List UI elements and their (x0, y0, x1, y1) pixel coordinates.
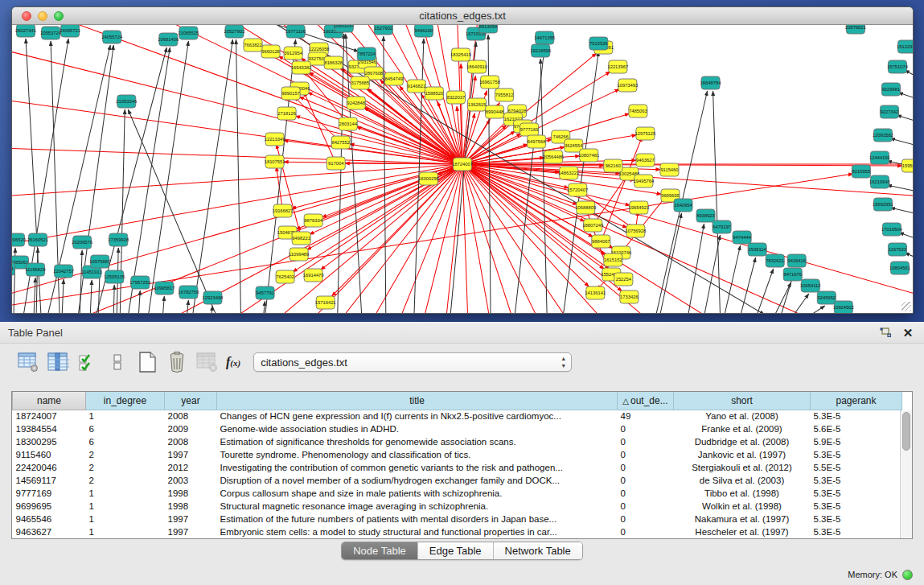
graph-node[interactable]: 24055721 (60, 25, 80, 37)
cell-pagerank[interactable]: 5.3E-5 (811, 487, 902, 500)
cell-pagerank[interactable]: 5.3E-5 (811, 448, 902, 461)
cell-in_degree[interactable]: 1 (86, 525, 165, 538)
graph-node[interactable]: 1527902 (374, 25, 392, 35)
graph-node[interactable]: 20876821 (845, 25, 866, 34)
cell-year[interactable]: 1997 (165, 513, 217, 525)
graph-node[interactable]: 8471676 (783, 268, 802, 281)
cell-year[interactable]: 1998 (165, 500, 217, 513)
graph-node[interactable]: 18807249 (582, 219, 603, 232)
table-row[interactable]: 911546021997Tourette syndrome. Phenomeno… (13, 448, 902, 461)
delete-attributes-icon[interactable] (165, 350, 189, 374)
graph-node[interactable]: 7625402 (276, 270, 294, 283)
graph-node[interactable]: 21053346 (116, 95, 137, 108)
table-row[interactable]: 977716911998Corpus callosum shape and si… (13, 487, 902, 500)
cell-in_degree[interactable]: 2 (86, 448, 165, 461)
cell-out_degree[interactable]: 0 (618, 474, 674, 487)
graph-node[interactable]: 1588520 (425, 87, 443, 100)
rows-icon[interactable] (105, 350, 129, 374)
graph-node[interactable]: 939154 (12, 262, 15, 275)
graph-node[interactable]: 10756928 (625, 225, 646, 237)
graph-node[interactable]: 9227342 (880, 105, 898, 118)
cell-title[interactable]: Estimation of significance thresholds fo… (217, 435, 618, 448)
graph-node[interactable]: 9474444 (733, 231, 752, 244)
graph-node[interactable]: 12213967 (607, 60, 628, 73)
graph-node[interactable]: 12444191 (869, 151, 890, 164)
graph-node[interactable]: 20553724 (40, 27, 62, 39)
cell-title[interactable]: Tourette syndrome. Phenomenology and cla… (217, 448, 618, 461)
graph-node[interactable]: 10653257 (334, 25, 355, 32)
graph-node[interactable]: 1733426 (620, 290, 639, 303)
table-row[interactable]: 946554611997Estimation of the future num… (13, 513, 902, 525)
graph-node[interactable]: 10688809 (575, 201, 596, 214)
column-header-name[interactable]: name (13, 392, 86, 410)
cell-in_degree[interactable]: 2 (86, 474, 165, 487)
cell-name[interactable]: 9699695 (13, 500, 86, 513)
graph-node[interactable]: 8427552 (331, 136, 350, 149)
graph-node[interactable]: 9242848 (347, 97, 365, 109)
graph-node[interactable]: 19218596 (530, 44, 551, 57)
cell-short[interactable]: Yano et al. (2008) (674, 410, 811, 422)
graph-node[interactable]: 7955812 (495, 89, 514, 101)
graph-node[interactable]: 7857224 (357, 47, 376, 60)
delete-table-icon[interactable] (195, 350, 219, 374)
graph-node[interactable]: 9777169 (520, 123, 539, 136)
graph-node[interactable]: 12923468 (203, 291, 224, 304)
tab-node-table[interactable]: Node Table (342, 542, 418, 559)
graph-node[interactable]: 21065525 (178, 27, 199, 39)
close-panel-icon[interactable]: ✕ (900, 325, 916, 340)
network-view[interactable]: 1872400718300295966012839129541222605893… (12, 25, 913, 313)
cell-out_degree[interactable]: 0 (618, 525, 674, 538)
column-visibility-icon[interactable] (46, 350, 70, 374)
graph-node[interactable]: 18107551 (265, 155, 285, 168)
cell-name[interactable]: 18300295 (13, 435, 86, 448)
cell-in_degree[interactable]: 6 (86, 422, 165, 435)
cell-in_degree[interactable]: 1 (86, 500, 165, 513)
graph-node[interactable]: 20564486 (543, 150, 564, 163)
cell-out_degree[interactable]: 0 (618, 435, 674, 448)
graph-node[interactable]: 16961758 (479, 76, 500, 89)
column-header-pagerank[interactable]: pagerank (811, 392, 902, 410)
cell-pagerank[interactable]: 5.5E-5 (811, 461, 902, 474)
cell-out_degree[interactable]: 0 (618, 422, 674, 435)
graph-node[interactable]: 9890157 (281, 87, 300, 100)
graph-node[interactable]: 9329981 (881, 83, 900, 96)
graph-node[interactable]: 10807481 (578, 149, 599, 162)
graph-node[interactable]: 12975125 (634, 127, 655, 140)
cell-pagerank[interactable]: 5.3E-5 (811, 410, 902, 422)
graph-node[interactable]: 9660128 (261, 45, 280, 58)
graph-node[interactable]: 19654923 (628, 201, 649, 214)
cell-title[interactable]: Investigating the contribution of common… (217, 461, 618, 474)
graph-node[interactable]: 20206576 (72, 236, 92, 249)
graph-node[interactable]: 9884067 (592, 235, 610, 248)
function-builder-icon[interactable]: f(x) (226, 355, 240, 369)
graph-node[interactable]: 7832621 (766, 254, 784, 267)
graph-node[interactable]: 10973493 (617, 79, 638, 92)
graph-node[interactable]: 2935114 (748, 243, 766, 256)
graph-node[interactable]: 2803144 (339, 117, 358, 130)
graph-node[interactable]: 16914479 (303, 269, 324, 282)
graph-node[interactable]: 10924502 (833, 301, 854, 313)
close-window-button[interactable] (22, 11, 31, 21)
cell-year[interactable]: 1997 (165, 525, 217, 538)
cell-title[interactable]: Estimation of the future numbers of pati… (217, 513, 618, 525)
graph-node[interactable]: 8454749 (384, 72, 403, 85)
cell-short[interactable]: Stergiakouli et al. (2012) (674, 461, 811, 474)
graph-node[interactable]: 1595833 (901, 159, 913, 172)
cell-short[interactable]: Tibbo et al. (1998) (674, 487, 811, 500)
graph-node[interactable]: 9245652 (817, 291, 836, 304)
network-window-titlebar[interactable]: citations_edges.txt (12, 7, 913, 25)
graph-node[interactable]: 15716421 (315, 296, 336, 309)
graph-node[interactable]: 10654112 (800, 279, 820, 292)
cell-short[interactable]: Dudbridge et al. (2008) (674, 435, 811, 448)
table-row[interactable]: 2242004622012Investigating the contribut… (13, 461, 902, 474)
graph-node[interactable]: 8990448 (486, 105, 504, 118)
cell-year[interactable]: 2008 (165, 435, 217, 448)
graph-node[interactable]: 18300295 (418, 172, 439, 185)
graph-node[interactable]: 12042757 (53, 265, 74, 278)
column-header-in_degree[interactable]: in_degree (86, 392, 165, 410)
cell-pagerank[interactable]: 5.3E-5 (811, 474, 902, 487)
graph-node[interactable]: 8322037 (446, 91, 465, 104)
cell-pagerank[interactable]: 5.3E-5 (811, 513, 902, 525)
graph-node[interactable]: 15751074 (887, 60, 909, 73)
cell-in_degree[interactable]: 1 (86, 513, 165, 525)
